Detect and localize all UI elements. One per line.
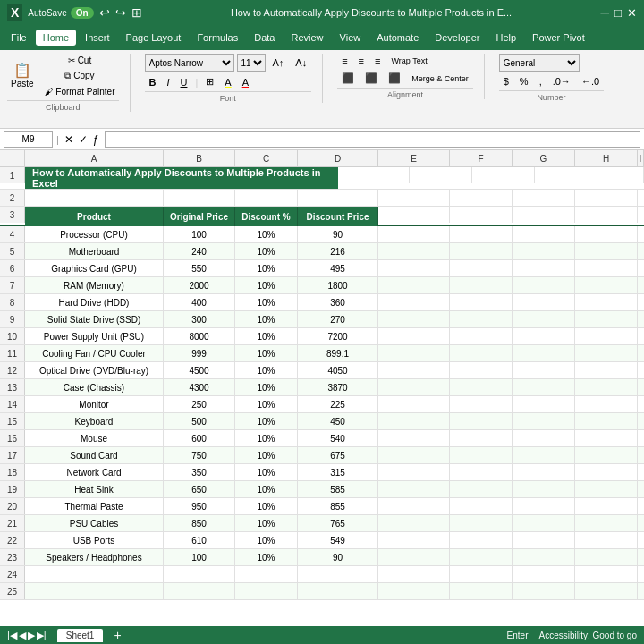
cell-e[interactable] [378, 379, 450, 395]
cell-h[interactable] [575, 294, 638, 310]
cell-discount-price[interactable]: 450 [298, 413, 378, 429]
col-header-i[interactable]: I [638, 150, 644, 166]
cell-discount-price[interactable]: 540 [298, 430, 378, 446]
cell-original-price[interactable] [164, 583, 235, 599]
cell-h[interactable] [575, 430, 638, 446]
cell-h2[interactable] [575, 190, 638, 206]
cell-i[interactable] [638, 260, 644, 276]
cell-original-price[interactable]: 100 [164, 549, 235, 565]
cell-f1[interactable] [410, 167, 472, 183]
insert-function-button[interactable]: ƒ [91, 133, 101, 146]
cancel-formula-button[interactable]: ✕ [63, 133, 75, 146]
cell-original-price[interactable]: 750 [164, 447, 235, 463]
cell-f[interactable] [450, 566, 513, 582]
cell-h[interactable] [575, 447, 638, 463]
cell-h[interactable] [575, 396, 638, 412]
cell-i[interactable] [638, 566, 644, 582]
nav-last-sheet[interactable]: ▶| [37, 630, 47, 641]
wrap-text-button[interactable]: Wrap Text [386, 54, 431, 68]
formula-input[interactable] [105, 131, 640, 148]
cell-discount-price[interactable] [298, 583, 378, 599]
cell-discount-pct[interactable]: 10% [235, 464, 298, 480]
cell-i1[interactable] [597, 167, 644, 183]
cell-discount-pct[interactable] [235, 583, 298, 599]
cell-a2[interactable] [25, 190, 164, 206]
cell-product[interactable]: Monitor [25, 396, 164, 412]
cell-discount-pct[interactable]: 10% [235, 396, 298, 412]
menu-developer[interactable]: Developer [428, 30, 487, 46]
add-sheet-button[interactable]: + [114, 628, 121, 642]
align-left-button[interactable]: ⬛ [337, 71, 359, 86]
cell-g[interactable] [513, 549, 575, 565]
cell-h[interactable] [575, 532, 638, 548]
nav-next-sheet[interactable]: ▶ [28, 630, 35, 641]
cell-f[interactable] [450, 345, 513, 361]
cell-f[interactable] [450, 277, 513, 293]
cell-i[interactable] [638, 226, 644, 242]
cell-g[interactable] [513, 430, 575, 446]
cell-f[interactable] [450, 532, 513, 548]
cell-i[interactable] [638, 430, 644, 446]
cell-e[interactable] [378, 311, 450, 327]
cell-h[interactable] [575, 328, 638, 344]
cell-discount-price[interactable] [298, 566, 378, 582]
cell-discount-pct[interactable]: 10% [235, 481, 298, 497]
col-header-g[interactable]: G [513, 150, 575, 166]
italic-button[interactable]: I [162, 75, 174, 89]
cell-i[interactable] [638, 447, 644, 463]
cell-i[interactable] [638, 413, 644, 429]
cell-g[interactable] [513, 396, 575, 412]
cell-product[interactable]: Processor (CPU) [25, 226, 164, 242]
cell-h[interactable] [575, 345, 638, 361]
cell-original-price[interactable]: 600 [164, 430, 235, 446]
cell-original-price[interactable]: 8000 [164, 328, 235, 344]
font-name-select[interactable]: Aptos Narrow [145, 54, 234, 72]
header-discount-pct[interactable]: Discount % [235, 207, 298, 226]
nav-prev-sheet[interactable]: ◀ [19, 630, 26, 641]
cell-e[interactable] [378, 328, 450, 344]
cell-e[interactable] [378, 294, 450, 310]
cell-i[interactable] [638, 532, 644, 548]
cell-discount-price[interactable]: 675 [298, 447, 378, 463]
cell-f[interactable] [450, 413, 513, 429]
cell-discount-pct[interactable]: 10% [235, 226, 298, 242]
cell-original-price[interactable]: 250 [164, 396, 235, 412]
menu-help[interactable]: Help [488, 30, 523, 46]
nav-first-sheet[interactable]: |◀ [7, 630, 17, 641]
cell-original-price[interactable]: 350 [164, 464, 235, 480]
cell-e[interactable] [378, 277, 450, 293]
cell-h[interactable] [575, 226, 638, 242]
cell-product[interactable]: Graphics Card (GPU) [25, 260, 164, 276]
cell-g[interactable] [513, 311, 575, 327]
cell-product[interactable]: RAM (Memory) [25, 277, 164, 293]
cell-discount-pct[interactable]: 10% [235, 430, 298, 446]
table-button[interactable]: ⊞ [131, 5, 142, 20]
cell-h[interactable] [575, 566, 638, 582]
cell-g[interactable] [513, 362, 575, 378]
cell-f2[interactable] [450, 190, 513, 206]
cell-h[interactable] [575, 549, 638, 565]
cell-f[interactable] [450, 498, 513, 514]
cell-product[interactable]: Network Card [25, 464, 164, 480]
cell-h[interactable] [575, 498, 638, 514]
cell-original-price[interactable]: 999 [164, 345, 235, 361]
cell-product[interactable]: Power Supply Unit (PSU) [25, 328, 164, 344]
cell-i[interactable] [638, 549, 644, 565]
cell-h3[interactable] [575, 207, 638, 223]
cell-product[interactable]: USB Ports [25, 532, 164, 548]
font-size-select[interactable]: 11 [237, 54, 266, 72]
cell-original-price[interactable] [164, 566, 235, 582]
cell-i[interactable] [638, 362, 644, 378]
cell-f[interactable] [450, 481, 513, 497]
decrease-decimal-button[interactable]: ←.0 [577, 74, 604, 89]
menu-formulas[interactable]: Formulas [190, 30, 245, 46]
sheet-tab-sheet1[interactable]: Sheet1 [57, 629, 104, 642]
cell-product[interactable]: Cooling Fan / CPU Cooler [25, 345, 164, 361]
cell-discount-price[interactable]: 899.1 [298, 345, 378, 361]
cell-discount-pct[interactable]: 10% [235, 311, 298, 327]
menu-page-layout[interactable]: Page Layout [119, 30, 189, 46]
cell-discount-price[interactable]: 765 [298, 515, 378, 531]
cell-e[interactable] [378, 515, 450, 531]
cell-i3[interactable] [638, 207, 644, 223]
cell-g[interactable] [513, 260, 575, 276]
